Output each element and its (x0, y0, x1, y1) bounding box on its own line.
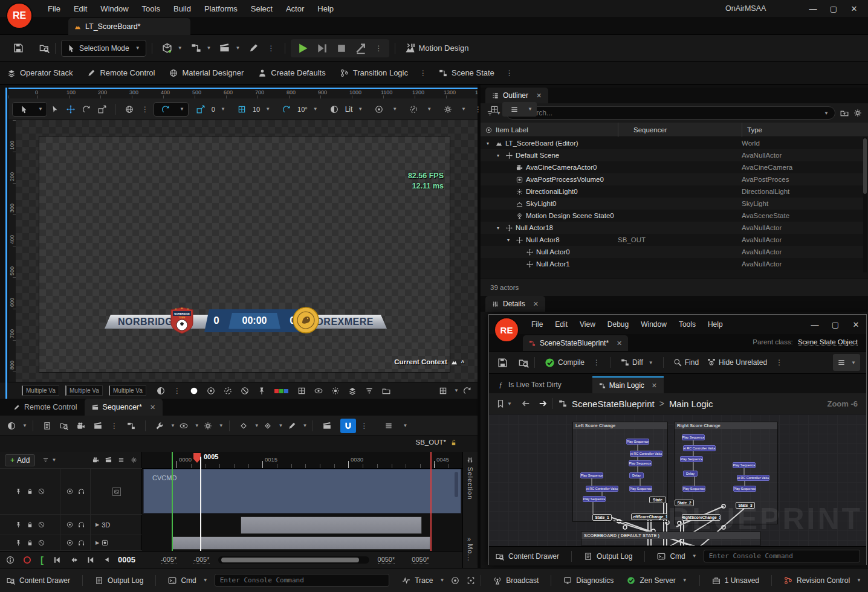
to-front-icon[interactable] (53, 556, 61, 564)
new-sequence-icon[interactable] (43, 422, 51, 430)
move-tool-icon[interactable] (66, 105, 75, 114)
sliders-icon[interactable] (467, 457, 473, 463)
browse-icon[interactable] (519, 358, 529, 368)
bp-minimize-button[interactable]: — (805, 317, 825, 332)
working-range-end[interactable]: 0050* (412, 556, 429, 564)
current-frame[interactable]: 0005 (118, 555, 135, 564)
actor-snap-dropdown[interactable]: 0▼ (189, 105, 230, 114)
visible-icon[interactable] (66, 488, 73, 495)
record-icon[interactable] (23, 556, 31, 564)
graph-node[interactable]: Set RC Controller Values (586, 486, 618, 492)
isolate-icon[interactable] (348, 387, 357, 395)
graph-comment[interactable]: Left Score Change (572, 422, 668, 522)
playhead-line[interactable] (200, 457, 201, 551)
console-input-box[interactable] (215, 574, 389, 587)
tab-details[interactable]: Details ✕ (485, 296, 545, 312)
quad-view-icon[interactable] (490, 105, 499, 114)
tab-outliner[interactable]: Outliner ✕ (485, 88, 548, 103)
step-back-icon[interactable] (86, 556, 95, 564)
sidebar-tab-more[interactable]: Mo... (467, 544, 474, 561)
range-slider[interactable] (218, 556, 369, 564)
track-scrollbar[interactable] (455, 472, 458, 497)
multi-value-field[interactable]: Multiple Va (65, 385, 103, 396)
view-range-end[interactable]: 0050* (378, 556, 395, 564)
playback-options-icon[interactable] (204, 422, 212, 430)
menu-file[interactable]: File (41, 0, 67, 17)
stop-icon[interactable] (335, 42, 348, 54)
graph-node[interactable]: Play Sequence (629, 486, 652, 492)
menu-window[interactable]: Window (94, 0, 135, 17)
console-track-icon[interactable] (112, 487, 121, 496)
coord-kebab[interactable]: ⋮ (137, 105, 154, 114)
graph-node[interactable]: Play Sequence (626, 439, 649, 445)
tab-sequencer[interactable]: Sequencer* ✕ (85, 399, 163, 416)
outliner-row[interactable]: AvaPostProcessVolume0AvaPostProces (481, 173, 863, 185)
rotation-snap-dropdown[interactable]: 10°▼ (274, 105, 322, 114)
sequence-name[interactable]: SB_OUT* (416, 439, 447, 446)
tab-is-live-text-dirty[interactable]: f Is Live Text Dirty (491, 376, 568, 393)
rotate-tool-icon[interactable] (82, 105, 91, 114)
list-icon[interactable] (118, 457, 125, 463)
info-icon[interactable] (6, 556, 15, 564)
tab-remote-control[interactable]: Remote Control (6, 399, 85, 416)
menu-build[interactable]: Build (167, 0, 198, 17)
save-icon[interactable] (497, 358, 508, 368)
browse-sequence-icon[interactable] (60, 422, 68, 430)
group-icon[interactable] (382, 387, 390, 395)
minimize-button[interactable]: — (803, 1, 823, 16)
graph-node[interactable]: Play Sequence (629, 460, 652, 466)
autokey-icon[interactable] (264, 422, 272, 430)
working-range-start[interactable]: -005* (161, 556, 177, 564)
graph-node[interactable]: LeftScoreChange_1 (631, 513, 667, 520)
keyframe-icon[interactable] (239, 422, 248, 430)
bp-window-menu[interactable]: ▼ (833, 354, 860, 371)
save-icon[interactable] (13, 43, 24, 53)
content-drawer-button[interactable]: Content Drawer (0, 568, 77, 592)
snap-kebab[interactable]: ⋮ (356, 422, 372, 430)
rgb-channels-icon[interactable] (274, 387, 289, 395)
range-slider-handle[interactable] (221, 558, 359, 562)
play-reverse-icon[interactable] (103, 556, 110, 563)
previous-key-icon[interactable] (70, 556, 78, 564)
outliner-scrollbar[interactable] (863, 137, 867, 272)
screenshot-icon[interactable] (467, 576, 475, 585)
viewport-settings-dropdown[interactable]: ▼ (436, 105, 470, 114)
mute-icon[interactable] (38, 521, 45, 528)
cvcmd-section[interactable]: CVCMD (143, 469, 461, 513)
sequencer-menu-button[interactable]: ▼ (376, 422, 412, 430)
compile-options-kebab[interactable]: ⋮ (589, 358, 605, 367)
compile-button[interactable]: Compile (540, 358, 589, 368)
surface-snap-dropdown[interactable]: ▼ (154, 102, 189, 117)
outliner-row[interactable]: DirectionalLight0DirectionalLight (481, 185, 863, 198)
menu-tools[interactable]: Tools (673, 315, 702, 334)
search-input[interactable] (523, 109, 817, 117)
solo-icon[interactable] (78, 539, 85, 546)
diagnostics-button[interactable]: Diagnostics (557, 568, 620, 592)
mode-create-defaults[interactable]: Create Defaults (251, 62, 332, 85)
menu-window[interactable]: Window (635, 315, 673, 334)
mode-operator-stack[interactable]: Operator Stack (0, 62, 80, 85)
camera-icon[interactable] (77, 422, 85, 430)
diff-dropdown[interactable]: Diff▼ (617, 358, 658, 367)
menu-help[interactable]: Help (702, 315, 729, 334)
blueprint-asset-tab[interactable]: SceneStateBlueprint* ✕ (523, 335, 628, 351)
bp-output-log-button[interactable]: Output Log (577, 547, 639, 565)
track-row-3d[interactable]: ▶3D (0, 515, 142, 535)
bp-maximize-button[interactable]: ▢ (825, 317, 846, 332)
lit-mode-dropdown[interactable]: Lit▼ (322, 105, 368, 114)
menu-debug[interactable]: Debug (601, 315, 635, 334)
menu-platforms[interactable]: Platforms (198, 0, 244, 17)
grid-options-icon[interactable] (439, 387, 447, 395)
menu-select[interactable]: Select (244, 0, 279, 17)
set-start-bracket-icon[interactable]: [ (40, 555, 44, 565)
clip-3d[interactable] (241, 516, 422, 534)
show-flags-dropdown[interactable]: ▼ (367, 105, 401, 114)
close-tab-icon[interactable]: ✕ (652, 382, 657, 390)
menu-view[interactable]: View (574, 315, 601, 334)
add-actor-dropdown[interactable]: ▼ (158, 43, 187, 53)
graph-node[interactable]: Set RC Controller Values (737, 475, 769, 481)
browse-content-icon[interactable] (39, 43, 50, 53)
outliner-row[interactable]: SkyLight0SkyLight (481, 198, 863, 210)
viewport-menu-button[interactable]: ▼ (502, 102, 537, 117)
menu-tools[interactable]: Tools (135, 0, 167, 17)
